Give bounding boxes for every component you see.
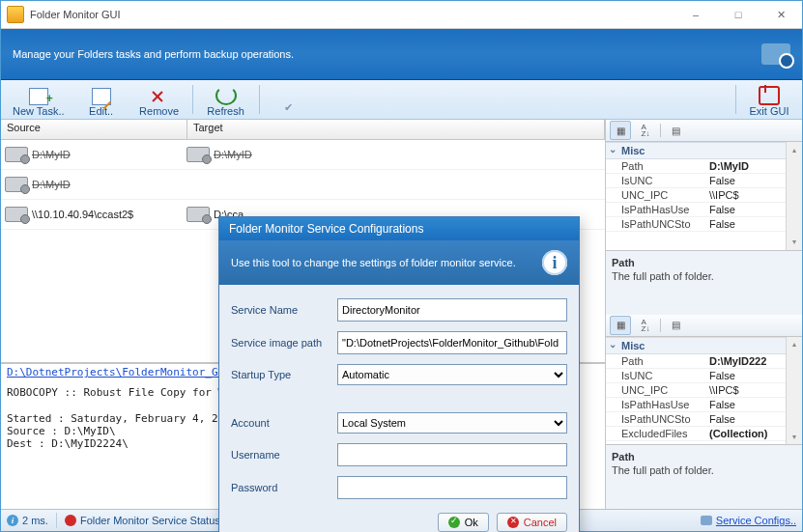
service-name-label: Service Name (231, 304, 337, 316)
remove-button[interactable]: Remove (130, 88, 188, 119)
dialog-body: Service Name Service image path Startup … (219, 285, 579, 532)
prop-key: IsPathHasUse (606, 203, 705, 216)
disk-icon (186, 147, 210, 162)
disk-icon (5, 147, 28, 162)
toolbar-separator (735, 85, 736, 114)
categorize-button[interactable]: ▦ (610, 316, 631, 335)
prop-key: Path (606, 354, 705, 368)
prop-row[interactable]: IsPathHasUseFalse (606, 398, 802, 412)
ok-button[interactable]: Ok (438, 513, 489, 532)
column-source[interactable]: Source (1, 120, 187, 139)
username-label: Username (231, 449, 337, 461)
database-icon (701, 516, 712, 525)
prop-row[interactable]: IsPathUNCStoFalse (606, 412, 802, 427)
prop-desc-text: The full path of folder. (612, 464, 796, 476)
prop-category[interactable]: Misc (606, 142, 802, 159)
password-input[interactable] (337, 476, 567, 499)
grid-header: Source Target (1, 120, 605, 140)
toolbar-separator (192, 85, 193, 114)
prop-key: IsPathUNCSto (606, 217, 705, 231)
propgrid-toolbar: ▦ AZ↓ ▤ (606, 120, 802, 142)
table-row[interactable]: D:\MyID (1, 170, 605, 200)
categorize-button[interactable]: ▦ (610, 121, 631, 140)
edit-button[interactable]: Edit.. (72, 86, 130, 119)
database-icon (761, 43, 790, 65)
edit-icon (92, 88, 111, 105)
dialog-banner: Use this tool to change the settings of … (219, 240, 579, 285)
disk-icon (5, 177, 28, 192)
source-cell: D:\MyID (32, 149, 71, 160)
startup-type-label: Startup Type (231, 369, 337, 380)
prop-key: UNC_IPC (606, 188, 705, 202)
minimize-button[interactable]: – (674, 1, 717, 28)
banner-text: Manage your Folders tasks and perform ba… (13, 48, 294, 60)
refresh-button[interactable]: Refresh (197, 84, 255, 119)
cancel-icon (507, 517, 519, 528)
prop-row[interactable]: IsPathUNCStoFalse (606, 217, 802, 232)
startup-type-select[interactable]: Automatic (337, 364, 567, 385)
prop-row[interactable]: IsUNCFalse (606, 369, 802, 383)
toolbar-separator (259, 85, 260, 114)
maximize-button[interactable]: □ (717, 1, 760, 28)
account-label: Account (231, 417, 337, 429)
dialog-title: Folder Monitor Service Configurations (219, 217, 579, 240)
prop-row[interactable]: IsUNCFalse (606, 174, 802, 188)
exit-button[interactable]: Exit GUI (740, 84, 798, 119)
service-configs-link[interactable]: Service Configs.. (716, 515, 796, 526)
propgrid-pages-button[interactable]: ▤ (665, 316, 686, 335)
prop-key: ExcludedFiles (606, 427, 705, 440)
disk-icon (5, 207, 28, 222)
prop-key: IsUNC (606, 174, 705, 187)
refresh-icon (215, 86, 237, 105)
exit-icon (759, 86, 780, 105)
close-button[interactable]: ✕ (760, 1, 802, 28)
service-image-path-input[interactable] (337, 331, 567, 354)
prop-key: IsUNC (606, 369, 705, 382)
error-icon (65, 515, 76, 526)
cancel-button[interactable]: Cancel (497, 513, 567, 532)
disk-icon (186, 207, 210, 222)
prop-key: IsPathHasUse (606, 398, 705, 411)
dialog-banner-text: Use this tool to change the settings of … (231, 257, 516, 268)
prop-row[interactable]: PathD:\MyID (606, 159, 802, 174)
property-grid-top[interactable]: MiscPathD:\MyIDIsUNCFalseUNC_IPC\\IPC$Is… (606, 142, 802, 250)
info-icon: i (7, 515, 18, 526)
password-label: Password (231, 482, 337, 493)
new-icon (29, 88, 48, 105)
account-select[interactable]: Local System (337, 412, 567, 434)
prop-row[interactable]: PathD:\MyID222 (606, 354, 802, 369)
prop-row[interactable]: ExcludedFiles(Collection) (606, 427, 802, 441)
service-image-path-label: Service image path (231, 337, 337, 349)
info-icon: i (542, 250, 567, 275)
prop-desc-title: Path (612, 257, 796, 268)
property-grid-bottom[interactable]: MiscPathD:\MyID222IsUNCFalseUNC_IPC\\IPC… (606, 337, 802, 445)
prop-desc-title: Path (612, 451, 796, 462)
property-description: Path The full path of folder. (606, 250, 802, 315)
toolbar: New Task.. Edit.. Remove Refresh ✔ Exit … (1, 80, 802, 120)
source-cell: D:\MyID (32, 179, 71, 190)
window-title: Folder Monitor GUI (30, 9, 674, 20)
prop-row[interactable]: UNC_IPC\\IPC$ (606, 383, 802, 398)
scrollbar[interactable]: ▴▾ (786, 337, 802, 445)
hidden-tool: ✔ (264, 99, 322, 119)
main-window: Folder Monitor GUI – □ ✕ Manage your Fol… (0, 0, 803, 532)
username-input[interactable] (337, 443, 567, 466)
scrollbar[interactable]: ▴▾ (786, 142, 802, 250)
propgrid-pages-button[interactable]: ▤ (665, 121, 686, 140)
sort-az-button[interactable]: AZ↓ (635, 121, 656, 140)
prop-desc-text: The full path of folder. (612, 270, 796, 282)
source-cell: \\10.10.40.94\ccast2$ (32, 209, 133, 220)
service-config-dialog: Folder Monitor Service Configurations Us… (218, 216, 580, 532)
table-row[interactable]: D:\MyIDD:\MyID (1, 140, 605, 170)
new-task-button[interactable]: New Task.. (5, 86, 72, 119)
prop-row[interactable]: UNC_IPC\\IPC$ (606, 188, 802, 203)
prop-row[interactable]: IsPathHasUseFalse (606, 203, 802, 217)
target-cell: D:\MyID (214, 149, 252, 160)
prop-category[interactable]: Misc (606, 337, 802, 354)
service-name-input[interactable] (337, 298, 567, 322)
sort-az-button[interactable]: AZ↓ (635, 316, 656, 335)
column-target[interactable]: Target (187, 120, 605, 139)
property-description: Path The full path of folder. (606, 444, 802, 509)
prop-key: Path (606, 159, 705, 173)
check-icon: ✔ (284, 101, 301, 117)
